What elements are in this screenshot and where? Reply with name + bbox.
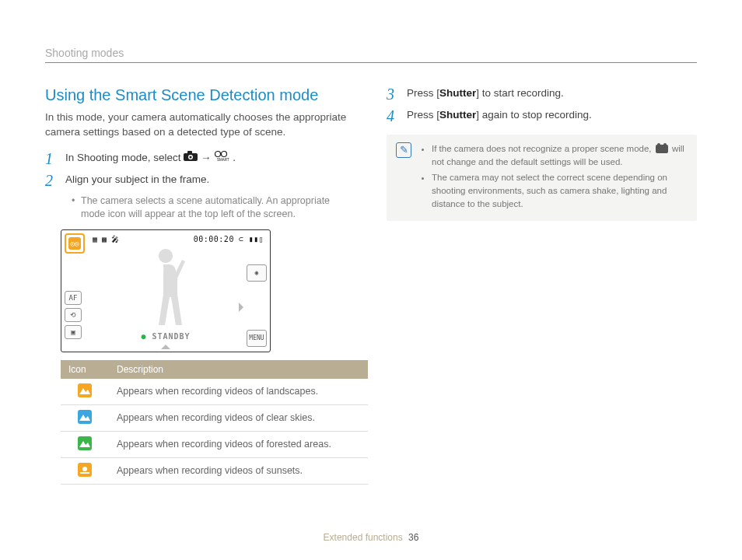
menu-label: MENU bbox=[249, 334, 264, 341]
svg-text:SMART: SMART bbox=[217, 157, 229, 161]
svg-point-3 bbox=[190, 156, 192, 158]
note-icon: ✎ bbox=[396, 142, 411, 158]
step1-post: . bbox=[233, 152, 236, 163]
step-number: 2 bbox=[45, 173, 58, 188]
cell-icon bbox=[61, 379, 109, 405]
step-body: Press [Shutter] again to stop recording. bbox=[407, 108, 697, 123]
cell-desc: Appears when recording videos of landsca… bbox=[109, 379, 368, 405]
svg-point-4 bbox=[215, 151, 221, 156]
nav-up-icon bbox=[161, 345, 170, 349]
smart-video-icon: SMART bbox=[214, 151, 229, 166]
step1-arrow: → bbox=[201, 152, 214, 163]
sunset-icon bbox=[78, 463, 92, 477]
battery-icon: ▮▮▯ bbox=[248, 235, 264, 243]
left-column: Using the Smart Scene Detection mode In … bbox=[45, 86, 355, 485]
svg-rect-1 bbox=[187, 151, 192, 154]
s4-pre: Press [ bbox=[407, 109, 439, 121]
cell-icon bbox=[61, 457, 109, 484]
mic-icon: 🎤︎ bbox=[111, 235, 119, 243]
step-3: 3 Press [Shutter] to start recording. bbox=[387, 86, 697, 102]
breadcrumb: Shooting modes bbox=[45, 47, 697, 63]
step-number: 3 bbox=[387, 86, 399, 102]
cell-desc: Appears when recording videos of clear s… bbox=[109, 404, 368, 431]
th-desc: Description bbox=[109, 360, 368, 379]
standby-indicator: STANDBY bbox=[141, 332, 190, 341]
menu-button: MENU bbox=[247, 330, 267, 347]
active-mode-icon: ◎◎ bbox=[65, 233, 85, 254]
cell-desc: Appears when recording videos of sunsets… bbox=[109, 457, 368, 484]
s3-key: Shutter bbox=[439, 87, 476, 99]
af-label: AF bbox=[69, 294, 78, 302]
page: Shooting modes Using the Smart Scene Det… bbox=[0, 0, 742, 485]
step1-pre: In Shooting mode, select bbox=[65, 152, 184, 163]
footer-section: Extended functions bbox=[324, 532, 403, 543]
note-item: If the camera does not recognize a prope… bbox=[432, 142, 688, 168]
step-1: 1 In Shooting mode, select → SMART . bbox=[45, 151, 355, 166]
film-reel-icon bbox=[656, 145, 668, 153]
storage-icon: ⊂ bbox=[239, 235, 244, 243]
rec-time: 00:00:20 bbox=[194, 235, 234, 243]
svg-rect-8 bbox=[80, 472, 89, 474]
s3-post: ] to start recording. bbox=[476, 87, 564, 99]
top-right-status: 00:00:20 ⊂ ▮▮▯ bbox=[194, 235, 264, 243]
note-item: The camera may not select the correct sc… bbox=[432, 171, 688, 210]
s4-key: Shutter bbox=[439, 109, 476, 121]
person-silhouette bbox=[138, 244, 193, 330]
resolution-icon: ▦ bbox=[93, 235, 97, 243]
s4-post: ] again to stop recording. bbox=[476, 109, 592, 121]
camera-icon bbox=[184, 151, 198, 166]
clear-sky-icon bbox=[78, 410, 92, 424]
table-row: Appears when recording videos of clear s… bbox=[61, 404, 368, 431]
cell-desc: Appears when recording videos of foreste… bbox=[109, 431, 368, 457]
table-row: Appears when recording videos of sunsets… bbox=[61, 457, 368, 484]
step-2: 2 Align your subject in the frame. bbox=[45, 173, 355, 188]
note-box: ✎ If the camera does not recognize a pro… bbox=[387, 135, 697, 221]
step-body: Press [Shutter] to start recording. bbox=[407, 86, 697, 101]
svg-point-5 bbox=[222, 151, 227, 156]
step-2-sub: The camera selects a scene automatically… bbox=[72, 194, 355, 222]
s3-pre: Press [ bbox=[407, 87, 439, 99]
cell-icon bbox=[61, 431, 109, 457]
step-body: In Shooting mode, select → SMART . bbox=[65, 151, 355, 166]
gallery-button: ▣ bbox=[65, 325, 82, 339]
content-columns: Using the Smart Scene Detection mode In … bbox=[45, 86, 697, 485]
scene-icon-table: Icon Description Appears when recording … bbox=[61, 360, 368, 485]
step-number: 4 bbox=[387, 108, 399, 124]
step-body: Align your subject in the frame. bbox=[65, 173, 355, 187]
refresh-button: ⟲ bbox=[65, 308, 82, 322]
step-4: 4 Press [Shutter] again to stop recordin… bbox=[387, 108, 697, 124]
svg-point-7 bbox=[82, 467, 87, 471]
intro-text: In this mode, your camera automatically … bbox=[45, 110, 355, 140]
th-icon: Icon bbox=[61, 360, 109, 379]
table-row: Appears when recording videos of foreste… bbox=[61, 431, 368, 457]
top-status-icons: ▦ ▩ 🎤︎ bbox=[93, 235, 119, 243]
table-header-row: Icon Description bbox=[61, 360, 368, 379]
cell-icon bbox=[61, 404, 109, 431]
step-number: 1 bbox=[45, 151, 58, 166]
mode-button: ◉ bbox=[247, 264, 267, 282]
forest-icon bbox=[78, 436, 92, 450]
landscape-icon bbox=[78, 383, 92, 397]
table-row: Appears when recording videos of landsca… bbox=[61, 379, 368, 405]
note-list: If the camera does not recognize a prope… bbox=[419, 142, 688, 213]
af-button: AF bbox=[65, 291, 82, 305]
quality-icon: ▩ bbox=[102, 235, 107, 243]
camera-screen-mockup: ◎◎ ▦ ▩ 🎤︎ 00:00:20 ⊂ ▮▮▯ AF ⟲ ▣ ◉ bbox=[61, 229, 271, 352]
nav-right-icon bbox=[239, 303, 243, 312]
page-footer: Extended functions 36 bbox=[0, 532, 742, 543]
right-column: 3 Press [Shutter] to start recording. 4 … bbox=[387, 86, 697, 485]
note1a: If the camera does not recognize a prope… bbox=[432, 144, 654, 153]
footer-page: 36 bbox=[408, 532, 418, 543]
page-title: Using the Smart Scene Detection mode bbox=[45, 86, 355, 104]
